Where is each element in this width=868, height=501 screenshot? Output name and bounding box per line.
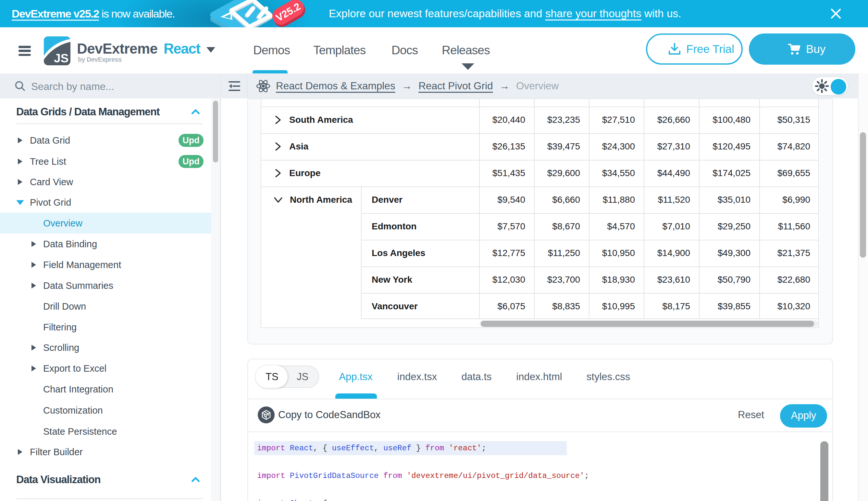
svg-text:JS: JS	[54, 52, 68, 65]
